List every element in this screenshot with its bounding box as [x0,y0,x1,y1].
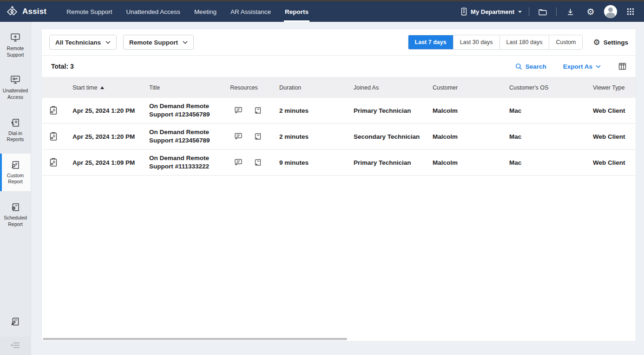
app-grid-icon[interactable] [624,5,637,19]
sidebar-item-scheduled-report[interactable]: Scheduled Report [0,196,31,233]
table-row[interactable]: Apr 25, 2024 1:20 PM On Demand Remote Su… [42,98,636,124]
technician-filter-dropdown[interactable]: All Technicians [49,35,117,50]
department-selector[interactable]: My Department [460,7,522,16]
session-notes-icon[interactable] [254,132,262,141]
scheduled-report-icon [10,201,21,213]
start-time-value: Apr 25, 2024 1:20 PM [65,107,142,114]
column-label: Start time [72,84,98,91]
nav-reports[interactable]: Reports [284,1,309,22]
customer-value: Malcolm [425,159,502,166]
custom-report-icon [10,159,21,170]
duration-value: 2 minutes [272,133,346,140]
column-joined-as[interactable]: Joined As [346,84,425,91]
column-customer-os[interactable]: Customer's OS [502,84,585,91]
column-customer[interactable]: Customer [425,84,502,91]
export-as-button[interactable]: Export As [563,63,601,70]
main-content: All Technicians Remote Support Last 7 da… [31,22,644,355]
sidebar-item-label: Custom Report [1,173,30,185]
resources-cell [216,158,272,167]
sidebar-item-dial-in-reports[interactable]: Dial-in Reports [0,111,31,149]
range-last-7-days[interactable]: Last 7 days [408,35,453,49]
chat-transcript-icon[interactable] [234,158,243,167]
department-label: My Department [471,8,514,15]
sort-ascending-icon [100,86,104,89]
start-time-value: Apr 25, 2024 1:09 PM [65,159,142,166]
dial-in-reports-icon [10,117,21,128]
column-viewer-type[interactable]: Viewer Type [585,84,636,91]
session-notes-icon[interactable] [254,158,262,167]
report-settings-button[interactable]: ⚙ Settings [593,39,628,46]
sidebar-bottom [0,311,31,355]
customer-value: Malcolm [425,107,502,114]
nav-unattended-access[interactable]: Unattended Access [125,1,181,22]
horizontal-scrollbar[interactable] [43,338,347,340]
sidebar-item-custom-report[interactable]: Custom Report [0,154,31,191]
start-time-value: Apr 25, 2024 1:20 PM [65,133,142,140]
customer-os-value: Mac [502,159,585,166]
chat-transcript-icon[interactable] [234,132,243,141]
column-resources[interactable]: Resources [216,84,272,91]
table-header-row: Start time Title Resources Duration Join… [42,77,636,98]
sidebar-collapse-button[interactable] [0,336,31,355]
joined-as-value: Secondary Technician [346,133,425,140]
brand-name: Assist [22,7,46,16]
session-title: On Demand Remote Support #123456789 [142,102,216,119]
primary-nav: Remote Support Unattended Access Meeting… [59,1,315,22]
session-notes-icon[interactable] [254,106,262,115]
toolbar-divider [556,7,557,16]
column-chooser-icon[interactable] [618,63,626,70]
table-toolbar: Total: 3 Search Export As [42,56,636,77]
nav-ar-assistance[interactable]: AR Assistance [230,1,272,22]
search-button[interactable]: Search [515,63,546,70]
topbar-actions: My Department ⚙ [460,5,637,19]
toolbar-divider [529,7,529,16]
download-icon[interactable] [563,5,577,19]
service-filter-dropdown[interactable]: Remote Support [123,35,194,50]
chevron-down-icon [183,41,188,44]
export-as-label: Export As [563,63,592,70]
nav-meeting[interactable]: Meeting [193,1,217,22]
technician-filter-value: All Technicians [55,39,101,46]
session-report-icon [42,157,65,168]
customer-os-value: Mac [502,107,585,114]
session-report-icon [42,131,65,142]
range-last-30-days[interactable]: Last 30 days [453,35,499,49]
filter-row: All Technicians Remote Support Last 7 da… [42,29,636,56]
feedback-icon[interactable] [10,311,21,336]
left-sidebar: Remote Support Unattended Access Dial- [0,22,31,355]
session-report-icon [42,105,65,116]
gear-icon[interactable]: ⚙ [584,5,598,19]
unattended-access-icon [9,74,21,85]
chat-transcript-icon[interactable] [234,106,243,115]
column-duration[interactable]: Duration [272,84,346,91]
app-logo[interactable]: Assist [7,6,46,18]
range-last-180-days[interactable]: Last 180 days [499,35,549,49]
resources-cell [216,106,272,115]
table-row[interactable]: Apr 25, 2024 1:20 PM On Demand Remote Su… [42,124,636,150]
customer-value: Malcolm [425,133,502,140]
range-custom[interactable]: Custom [549,35,582,49]
joined-as-value: Primary Technician [346,107,425,114]
viewer-type-value: Web Client [585,159,636,166]
report-card: All Technicians Remote Support Last 7 da… [42,29,636,341]
settings-gear-icon: ⚙ [593,39,600,46]
nav-remote-support[interactable]: Remote Support [66,1,113,22]
user-avatar[interactable] [604,5,617,18]
viewer-type-value: Web Client [585,107,636,114]
date-range-group: Last 7 days Last 30 days Last 180 days C… [408,35,583,50]
sidebar-item-remote-support[interactable]: Remote Support [0,26,31,64]
total-count: Total: 3 [51,63,74,70]
service-filter-value: Remote Support [129,39,178,46]
column-title[interactable]: Title [142,84,216,91]
viewer-type-value: Web Client [585,133,636,140]
remote-support-icon [9,32,21,43]
chevron-down-icon [105,41,111,44]
duration-value: 2 minutes [272,107,346,114]
department-icon [460,7,467,16]
search-label: Search [526,63,546,70]
sidebar-item-unattended-access[interactable]: Unattended Access [0,69,31,106]
folder-icon[interactable] [536,5,550,19]
table-row[interactable]: Apr 25, 2024 1:09 PM On Demand Remote Su… [42,150,636,176]
sidebar-item-label: Remote Support [1,45,30,58]
column-start-time[interactable]: Start time [65,84,142,91]
